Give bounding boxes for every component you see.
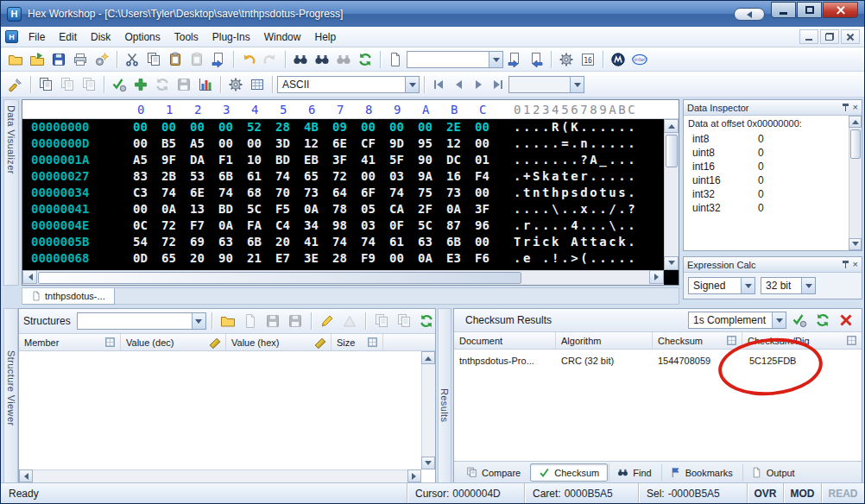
hex-byte[interactable]: 72 [332,168,361,185]
hex-ascii[interactable]: ....R(K...... [514,119,637,135]
goto-forward-button[interactable] [526,49,546,70]
hex-byte[interactable]: BD [275,152,304,168]
hex-byte[interactable]: 64 [332,185,361,201]
refresh-structures-button[interactable] [416,311,437,331]
hex-byte[interactable]: 03 [389,168,418,185]
hex-byte[interactable]: 2F [418,201,446,217]
hex-byte[interactable]: BD [218,201,247,217]
hex-byte[interactable]: DC [446,152,475,168]
find-next-button[interactable] [312,49,332,70]
add-checksum-button[interactable] [130,74,151,95]
hex-byte[interactable]: CA [389,201,418,217]
hex-ascii[interactable]: .e .!.>(..... [514,250,637,267]
combo-arrow-icon[interactable] [741,278,755,293]
hex-byte[interactable]: B5 [161,135,190,152]
preferences-button[interactable] [225,74,246,95]
scroll-up-button[interactable] [849,116,862,128]
scroll-up-button[interactable] [664,119,679,133]
data-visualizer-tab[interactable]: Data Visualizer [3,99,19,286]
scroll-left-button[interactable] [19,469,33,482]
hex-byte[interactable]: 00 [389,119,418,135]
menu-item-help[interactable]: Help [307,28,343,46]
hex-byte[interactable]: 6F [361,185,389,201]
hex-ascii[interactable]: .....=.n..... [514,135,637,152]
motorola-byte-order-button[interactable] [608,49,628,70]
generate-checksum-button[interactable] [789,310,810,331]
hex-byte[interactable]: C3 [133,185,161,201]
edit-structure-button[interactable] [317,311,338,331]
hex-byte[interactable]: 20 [275,234,304,250]
hex-ascii[interactable]: .tnthpsdotus. [514,185,637,201]
hex-byte[interactable]: 05 [361,201,389,217]
hex-byte[interactable]: 3E [304,250,332,267]
close-icon[interactable]: × [853,104,858,111]
hex-horizontal-scrollbar[interactable] [22,270,664,285]
hex-byte[interactable]: E7 [275,250,304,267]
hex-byte[interactable]: 63 [418,234,446,250]
results-tab-output[interactable]: Output [742,463,804,482]
save-results-button[interactable] [174,74,194,95]
results-tab-bookmarks[interactable]: Bookmarks [661,463,742,482]
hex-byte[interactable]: 00 [218,135,247,152]
hex-byte[interactable]: 74 [332,234,361,250]
hex-byte[interactable]: 00 [190,119,218,135]
document-tab[interactable]: tnthpsdotus-... [22,288,115,305]
hex-byte[interactable]: 0A [446,201,475,217]
close-icon[interactable]: × [853,261,858,268]
structures-column-0[interactable]: Member [19,334,121,350]
minimize-button[interactable] [771,2,796,18]
hex-byte[interactable]: 98 [332,217,361,234]
hex-ascii[interactable]: .r....4...\.. [514,217,637,234]
hex-byte[interactable]: 69 [190,234,218,250]
hex-byte[interactable]: 00 [218,119,247,135]
hex-byte[interactable]: 0F [389,217,418,234]
complement-combobox[interactable]: 1s Complement [688,312,786,329]
hex-byte[interactable]: 0C [133,217,161,234]
recalc-button[interactable] [152,74,173,95]
inspector-row[interactable]: uint80 [684,146,849,160]
grid-view-button[interactable] [247,74,268,95]
print-button[interactable] [70,49,91,70]
hex-byte[interactable]: 00 [361,168,389,185]
hex-byte[interactable]: 41 [304,234,332,250]
hex-byte[interactable]: 61 [389,234,418,250]
inspector-row[interactable]: int320 [684,187,849,201]
intel-byte-order-button[interactable] [629,49,650,70]
scrollbar-thumb[interactable] [850,129,861,159]
pin-icon[interactable] [842,104,849,111]
hex-byte[interactable]: 87 [446,217,475,234]
goto-back-button[interactable] [504,49,525,70]
cut-button[interactable] [122,49,142,70]
structures-list[interactable] [19,351,421,469]
inspector-row[interactable]: int160 [684,160,849,173]
structures-tool-button[interactable] [5,74,26,95]
hex-byte[interactable]: 74 [389,185,418,201]
structure-viewer-tab[interactable]: Structure Viewer [3,308,18,484]
hex-byte[interactable]: 13 [190,201,218,217]
structures-vertical-scrollbar[interactable] [421,351,435,469]
hex-byte[interactable]: 3D [275,135,304,152]
hex-byte[interactable]: 6B [218,168,247,185]
first-record-button[interactable] [429,75,448,94]
hex-byte[interactable]: 16 [446,168,475,185]
hex-byte[interactable]: 75 [418,185,446,201]
hex-byte[interactable]: 00 [161,119,190,135]
hex-byte[interactable]: E3 [446,250,475,267]
hex-byte[interactable]: 5C [247,201,275,217]
scroll-up-button[interactable] [421,351,435,364]
checksum-column-2[interactable]: Checksum [653,332,742,349]
maximize-button[interactable] [797,2,822,18]
results-tab[interactable]: Results [438,308,451,484]
hex-byte[interactable]: 6B [247,234,275,250]
find-prev-button[interactable] [333,49,354,70]
sign-mode-combobox[interactable]: Signed [688,277,755,294]
prev-record-button[interactable] [449,75,468,94]
hex-ascii[interactable]: Trick Attack. [514,234,637,250]
checksum-column-1[interactable]: Algorithm [556,332,653,349]
insert-file-button[interactable] [208,49,229,70]
hex-byte[interactable]: 72 [161,217,190,234]
menu-item-tools[interactable]: Tools [167,28,205,46]
hex-byte[interactable]: F7 [190,217,218,234]
options-button[interactable] [92,49,112,70]
hex-byte[interactable]: C4 [275,217,304,234]
